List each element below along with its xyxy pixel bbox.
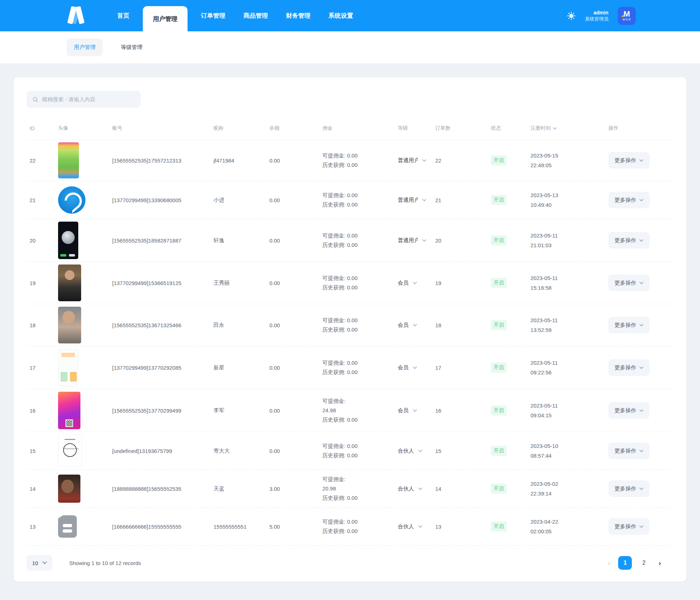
chevron-down-icon[interactable]	[553, 127, 557, 130]
nav-item-finance[interactable]: 财务管理	[277, 0, 320, 31]
nav-item-products[interactable]: 商品管理	[234, 0, 277, 31]
more-actions-button[interactable]: 更多操作	[608, 275, 650, 291]
level-select[interactable]: 会员	[396, 364, 435, 371]
chevron-down-icon	[413, 324, 417, 326]
page-button-1[interactable]: 1	[618, 556, 632, 570]
chevron-left-icon[interactable]: ‹	[605, 557, 613, 569]
status-badge: 开启	[491, 363, 507, 373]
user-avatar-image	[58, 435, 82, 467]
col-header-actions: 操作	[600, 125, 673, 132]
col-header-regtime[interactable]: 注册时间	[524, 125, 600, 132]
col-header-status: 状态	[484, 125, 524, 132]
chevron-down-icon	[639, 409, 643, 412]
level-select[interactable]: 普通用户	[396, 237, 435, 244]
cell-actions: 更多操作	[600, 443, 673, 459]
cell-commission: 可提佣金: 0.00历史获佣: 0.00	[315, 358, 396, 377]
cell-status: 开启	[484, 484, 524, 494]
cell-nickname: 轩逸	[207, 237, 263, 244]
cell-commission: 可提佣金: 0.00历史获佣: 0.00	[315, 231, 396, 250]
chevron-down-icon	[413, 282, 417, 284]
more-actions-button[interactable]: 更多操作	[608, 402, 650, 419]
col-header-commission: 佣金	[315, 125, 396, 132]
status-badge: 开启	[491, 320, 507, 330]
search-box[interactable]	[27, 91, 141, 108]
user-avatar-image	[58, 349, 78, 386]
avatar-caption: 微短信	[622, 18, 631, 21]
cell-nickname: 小进	[207, 197, 263, 204]
cell-register-time: 2023-04-2202:00:05	[524, 517, 600, 536]
chevron-down-icon	[43, 561, 47, 564]
more-actions-button[interactable]: 更多操作	[608, 152, 650, 169]
level-select[interactable]: 普通用户	[396, 197, 435, 204]
nav-item-orders[interactable]: 订单管理	[192, 0, 234, 31]
col-header-level: 等级	[396, 125, 435, 132]
col-header-account: 账号	[108, 125, 207, 132]
cell-avatar	[54, 222, 108, 259]
chevron-down-icon	[418, 488, 422, 490]
status-badge: 开启	[491, 405, 507, 415]
cell-orders: 13	[435, 524, 484, 530]
col-header-id: ID	[27, 125, 54, 131]
sun-icon[interactable]	[567, 12, 576, 20]
cell-account: [undefined]13193675799	[108, 448, 207, 454]
table-row: 20 [15655552535]18582871887 轩逸 0.00 可提佣金…	[27, 219, 673, 262]
chevron-down-icon	[418, 525, 422, 528]
level-select[interactable]: 合伙人	[396, 485, 435, 492]
more-actions-button[interactable]: 更多操作	[608, 232, 650, 249]
nav-item-users[interactable]: 用户管理	[143, 6, 188, 31]
level-select[interactable]: 普通用户	[396, 157, 435, 164]
more-actions-button[interactable]: 更多操作	[608, 192, 650, 208]
chevron-down-icon	[639, 199, 643, 201]
chevron-down-icon	[639, 324, 643, 326]
chevron-down-icon	[422, 159, 426, 162]
nav-item-settings[interactable]: 系统设置	[320, 0, 362, 31]
cell-nickname: 15555555551	[207, 524, 263, 530]
level-select[interactable]: 会员	[396, 322, 435, 329]
level-label: 会员	[398, 364, 409, 371]
cell-user-id: 20	[27, 237, 54, 244]
cell-nickname: 寄大大	[207, 448, 263, 454]
page-size-select[interactable]: 10	[27, 555, 52, 571]
chevron-right-icon[interactable]: ›	[656, 557, 664, 569]
cell-balance: 3.00	[263, 486, 315, 492]
cell-register-time: 2023-05-1008:57:44	[524, 441, 600, 461]
more-actions-button[interactable]: 更多操作	[608, 359, 650, 376]
cell-actions: 更多操作	[600, 402, 673, 419]
cell-avatar	[54, 392, 108, 429]
avatar[interactable]: M 微短信	[618, 7, 636, 25]
level-select[interactable]: 合伙人	[396, 523, 435, 530]
table-row: 22 [15655552535]17557212313 jf471984 0.0…	[27, 140, 673, 181]
more-actions-button[interactable]: 更多操作	[608, 317, 650, 333]
user-role: 系统管理员	[585, 16, 608, 22]
level-select[interactable]: 会员	[396, 280, 435, 286]
user-avatar-image	[58, 265, 81, 301]
page-button-2[interactable]: 2	[637, 556, 651, 570]
search-input[interactable]	[42, 96, 135, 102]
nav-item-home[interactable]: 首页	[108, 0, 138, 31]
cell-nickname: jf471984	[207, 157, 263, 164]
chevron-down-icon	[422, 199, 426, 201]
user-avatar-image	[58, 307, 81, 343]
cell-register-time: 2023-05-1115:16:58	[524, 273, 600, 293]
chevron-down-icon	[639, 282, 643, 284]
status-badge: 开启	[491, 278, 507, 288]
level-select[interactable]: 会员	[396, 407, 435, 414]
user-avatar-image	[58, 515, 77, 538]
chevron-down-icon	[422, 239, 426, 242]
subtab-user-management[interactable]: 用户管理	[67, 39, 103, 56]
chevron-down-icon	[413, 366, 417, 369]
more-actions-button[interactable]: 更多操作	[608, 443, 650, 459]
level-label: 合伙人	[398, 485, 414, 492]
more-actions-button[interactable]: 更多操作	[608, 518, 650, 535]
subtab-level-management[interactable]: 等级管理	[114, 39, 150, 56]
cell-register-time: 2023-05-0222:39:14	[524, 479, 600, 498]
user-avatar-image	[58, 475, 80, 503]
cell-avatar	[54, 435, 108, 467]
chevron-down-icon	[639, 366, 643, 369]
more-actions-button[interactable]: 更多操作	[608, 480, 650, 497]
cell-status: 开启	[484, 235, 524, 245]
cell-actions: 更多操作	[600, 317, 673, 333]
level-select[interactable]: 合伙人	[396, 448, 435, 454]
cell-commission: 可提佣金: 0.00历史获佣: 0.00	[315, 151, 396, 170]
user-avatar-image	[58, 142, 79, 178]
